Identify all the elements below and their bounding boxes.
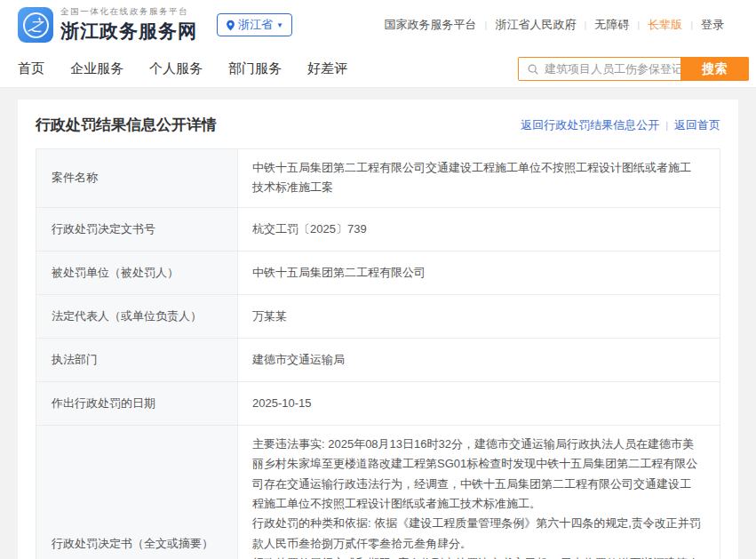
platform-tagline: 全国一体化在线政务服务平台 [60,6,197,18]
link-national-platform[interactable]: 国家政务服务平台 [385,17,477,33]
link-login[interactable]: 登录 [701,17,724,33]
row-value: 万某某 [238,294,720,338]
nav-home[interactable]: 首页 [18,60,44,77]
row-value: 建德市交通运输局 [238,338,720,381]
back-to-list-link[interactable]: 返回行政处罚结果信息公开 [521,117,659,133]
logo-zhi-icon: 之 [27,18,44,33]
row-value: 中铁十五局集团第二工程有限公司 [238,251,720,294]
row-value: 中铁十五局集团第二工程有限公司交通建设工程施工单位不按照工程设计图纸或者施工技术… [238,149,720,208]
row-label: 案件名称 [36,149,238,208]
search-button[interactable]: 搜索 [680,57,749,81]
row-value: 杭交工罚〔2025〕739 [238,207,720,251]
table-row-penalty-date: 作出行政处罚的日期 2025-10-15 [36,381,720,425]
row-label: 行政处罚决定书（全文或摘要） [36,425,238,559]
site-header: 之 全国一体化在线政务服务平台 浙江政务服务网 浙江省 ▼ 国家政务服务平台 |… [0,0,756,50]
row-label: 执法部门 [36,338,238,381]
location-pin-icon [226,20,235,31]
logo-text: 全国一体化在线政务服务平台 浙江政务服务网 [60,6,197,44]
penalty-detail-table: 案件名称 中铁十五局集团第二工程有限公司交通建设工程施工单位不按照工程设计图纸或… [36,148,720,559]
chevron-down-icon: ▼ [276,21,283,29]
row-label: 行政处罚决定文书号 [36,207,238,251]
nav-rating[interactable]: 好差评 [307,60,347,77]
header-links: 国家政务服务平台 | 浙江省人民政府 | 无障碍 | 长辈版 | 登录 [385,17,724,33]
row-label: 作出行政处罚的日期 [36,381,238,425]
table-row-punished-unit: 被处罚单位（被处罚人） 中铁十五局集团第二工程有限公司 [36,251,720,294]
divider: | [665,120,668,131]
table-row-case-name: 案件名称 中铁十五局集团第二工程有限公司交通建设工程施工单位不按照工程设计图纸或… [36,149,720,208]
search-icon [527,63,539,76]
region-label: 浙江省 [238,17,273,33]
row-label: 被处罚单位（被处罚人） [36,251,238,294]
table-row-enforcement-department: 执法部门 建德市交通运输局 [36,338,720,381]
link-accessibility[interactable]: 无障碍 [594,17,629,33]
table-row-legal-representative: 法定代表人（或单位负责人） 万某某 [36,294,720,338]
search-box: 搜索 [518,57,749,81]
nav-personal-services[interactable]: 个人服务 [149,60,203,77]
row-label: 法定代表人（或单位负责人） [36,294,238,338]
table-row-penalty-decision: 行政处罚决定书（全文或摘要） 主要违法事实: 2025年08月13日16时32分… [36,425,720,559]
page-title: 行政处罚结果信息公开详情 [36,115,217,135]
header-brand: 之 全国一体化在线政务服务平台 浙江政务服务网 浙江省 ▼ [18,6,292,44]
site-logo[interactable]: 之 [18,7,53,43]
divider: | [485,20,488,30]
table-row-document-number: 行政处罚决定文书号 杭交工罚〔2025〕739 [36,207,720,251]
row-value: 2025-10-15 [238,381,720,425]
logo-ring-icon: 之 [23,12,49,38]
back-to-home-link[interactable]: 返回首页 [674,117,720,133]
main-nav: 首页 企业服务 个人服务 部门服务 好差评 搜索 [0,50,756,88]
link-elder-version[interactable]: 长辈版 [648,17,682,33]
site-name: 浙江政务服务网 [60,19,197,44]
search-input[interactable] [545,62,680,76]
card-head: 行政处罚结果信息公开详情 返回行政处罚结果信息公开 | 返回首页 [18,100,738,148]
row-value: 主要违法事实: 2025年08月13日16时32分，建德市交通运输局行政执法人员… [238,425,720,559]
content-area: 行政处罚结果信息公开详情 返回行政处罚结果信息公开 | 返回首页 案件名称 中铁… [0,88,756,559]
region-selector[interactable]: 浙江省 ▼ [217,13,292,36]
back-links: 返回行政处罚结果信息公开 | 返回首页 [521,117,720,133]
nav-department-services[interactable]: 部门服务 [228,60,282,77]
divider: | [584,20,586,30]
divider: | [637,20,640,30]
divider: | [690,20,693,30]
link-provincial-gov[interactable]: 浙江省人民政府 [495,17,576,33]
nav-enterprise-services[interactable]: 企业服务 [70,60,123,77]
detail-card: 行政处罚结果信息公开详情 返回行政处罚结果信息公开 | 返回首页 案件名称 中铁… [18,100,738,559]
